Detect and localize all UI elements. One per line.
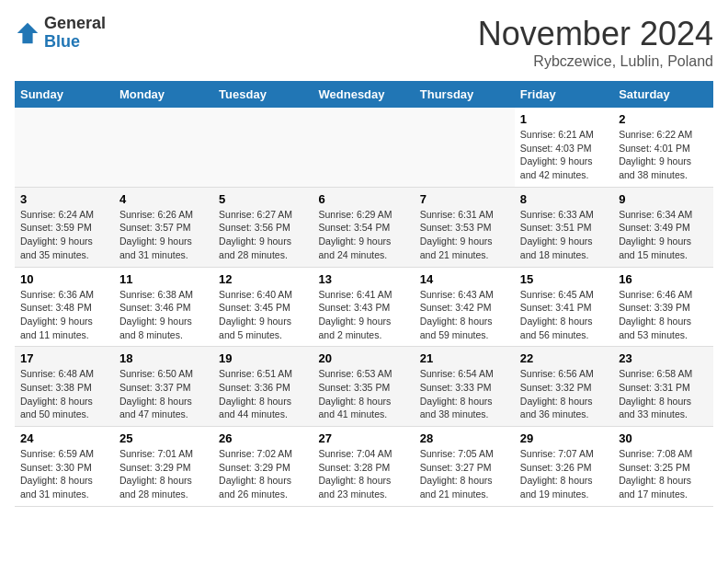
week-row-2: 3Sunrise: 6:24 AMSunset: 3:59 PMDaylight…: [15, 187, 713, 267]
logo-icon: [15, 20, 40, 46]
day-number: 1: [520, 112, 608, 126]
calendar-cell: 23Sunrise: 6:58 AMSunset: 3:31 PMDayligh…: [613, 347, 713, 427]
day-info: Sunrise: 6:33 AMSunset: 3:51 PMDaylight:…: [520, 208, 608, 262]
logo-blue-text: Blue: [44, 33, 106, 52]
calendar-cell: [15, 108, 114, 187]
calendar-cell: 7Sunrise: 6:31 AMSunset: 3:53 PMDaylight…: [415, 187, 515, 267]
day-number: 5: [219, 192, 307, 206]
calendar-cell: 17Sunrise: 6:48 AMSunset: 3:38 PMDayligh…: [15, 347, 114, 427]
calendar-cell: 21Sunrise: 6:54 AMSunset: 3:33 PMDayligh…: [415, 347, 515, 427]
calendar-cell: [213, 108, 313, 187]
day-number: 23: [619, 351, 708, 365]
calendar-cell: 1Sunrise: 6:21 AMSunset: 4:03 PMDaylight…: [515, 108, 613, 187]
day-number: 27: [319, 431, 409, 445]
weekday-header-row: SundayMondayTuesdayWednesdayThursdayFrid…: [15, 81, 713, 108]
day-info: Sunrise: 6:41 AMSunset: 3:43 PMDaylight:…: [319, 288, 409, 342]
day-number: 14: [420, 272, 509, 286]
day-number: 30: [619, 431, 708, 445]
day-info: Sunrise: 6:51 AMSunset: 3:36 PMDaylight:…: [219, 367, 307, 421]
day-info: Sunrise: 7:08 AMSunset: 3:25 PMDaylight:…: [619, 447, 708, 501]
day-number: 24: [20, 431, 108, 445]
day-number: 13: [319, 272, 409, 286]
day-number: 7: [420, 192, 509, 206]
calendar-cell: 18Sunrise: 6:50 AMSunset: 3:37 PMDayligh…: [114, 347, 213, 427]
day-info: Sunrise: 6:48 AMSunset: 3:38 PMDaylight:…: [20, 367, 108, 421]
day-number: 20: [319, 351, 409, 365]
calendar-cell: 10Sunrise: 6:36 AMSunset: 3:48 PMDayligh…: [15, 267, 114, 347]
weekday-header-friday: Friday: [515, 81, 613, 108]
day-number: 18: [119, 351, 208, 365]
day-number: 25: [119, 431, 208, 445]
weekday-header-wednesday: Wednesday: [313, 81, 415, 108]
day-info: Sunrise: 6:50 AMSunset: 3:37 PMDaylight:…: [119, 367, 208, 421]
logo: General Blue: [15, 15, 106, 52]
calendar-cell: 5Sunrise: 6:27 AMSunset: 3:56 PMDaylight…: [213, 187, 313, 267]
calendar-cell: 4Sunrise: 6:26 AMSunset: 3:57 PMDaylight…: [114, 187, 213, 267]
calendar-cell: 29Sunrise: 7:07 AMSunset: 3:26 PMDayligh…: [515, 427, 613, 507]
day-info: Sunrise: 6:54 AMSunset: 3:33 PMDaylight:…: [420, 367, 509, 421]
day-info: Sunrise: 6:21 AMSunset: 4:03 PMDaylight:…: [520, 128, 608, 182]
month-title: November 2024: [478, 15, 713, 53]
calendar-cell: 24Sunrise: 6:59 AMSunset: 3:30 PMDayligh…: [15, 427, 114, 507]
calendar-cell: [114, 108, 213, 187]
calendar-cell: 12Sunrise: 6:40 AMSunset: 3:45 PMDayligh…: [213, 267, 313, 347]
calendar-cell: 8Sunrise: 6:33 AMSunset: 3:51 PMDaylight…: [515, 187, 613, 267]
day-number: 21: [420, 351, 509, 365]
day-info: Sunrise: 6:36 AMSunset: 3:48 PMDaylight:…: [20, 288, 108, 342]
day-number: 6: [319, 192, 409, 206]
day-number: 17: [20, 351, 108, 365]
day-info: Sunrise: 6:24 AMSunset: 3:59 PMDaylight:…: [20, 208, 108, 262]
weekday-header-monday: Monday: [114, 81, 213, 108]
day-info: Sunrise: 6:22 AMSunset: 4:01 PMDaylight:…: [619, 128, 708, 182]
weekday-header-saturday: Saturday: [613, 81, 713, 108]
day-number: 29: [520, 431, 608, 445]
day-info: Sunrise: 6:34 AMSunset: 3:49 PMDaylight:…: [619, 208, 708, 262]
day-info: Sunrise: 7:04 AMSunset: 3:28 PMDaylight:…: [319, 447, 409, 501]
weekday-header-sunday: Sunday: [15, 81, 114, 108]
logo-general-text: General: [44, 15, 106, 33]
calendar-cell: 16Sunrise: 6:46 AMSunset: 3:39 PMDayligh…: [613, 267, 713, 347]
day-info: Sunrise: 6:43 AMSunset: 3:42 PMDaylight:…: [420, 288, 509, 342]
day-number: 3: [20, 192, 108, 206]
title-area: November 2024 Rybczewice, Lublin, Poland: [478, 15, 713, 70]
calendar-cell: 26Sunrise: 7:02 AMSunset: 3:29 PMDayligh…: [213, 427, 313, 507]
calendar-cell: 28Sunrise: 7:05 AMSunset: 3:27 PMDayligh…: [415, 427, 515, 507]
calendar-cell: 13Sunrise: 6:41 AMSunset: 3:43 PMDayligh…: [313, 267, 415, 347]
day-number: 16: [619, 272, 708, 286]
calendar-cell: 20Sunrise: 6:53 AMSunset: 3:35 PMDayligh…: [313, 347, 415, 427]
day-number: 4: [119, 192, 208, 206]
day-info: Sunrise: 7:01 AMSunset: 3:29 PMDaylight:…: [119, 447, 208, 501]
calendar-cell: 11Sunrise: 6:38 AMSunset: 3:46 PMDayligh…: [114, 267, 213, 347]
day-number: 2: [619, 112, 708, 126]
week-row-3: 10Sunrise: 6:36 AMSunset: 3:48 PMDayligh…: [15, 267, 713, 347]
day-number: 26: [219, 431, 307, 445]
day-info: Sunrise: 6:59 AMSunset: 3:30 PMDaylight:…: [20, 447, 108, 501]
day-info: Sunrise: 6:45 AMSunset: 3:41 PMDaylight:…: [520, 288, 608, 342]
day-number: 10: [20, 272, 108, 286]
calendar-cell: 9Sunrise: 6:34 AMSunset: 3:49 PMDaylight…: [613, 187, 713, 267]
weekday-header-thursday: Thursday: [415, 81, 515, 108]
calendar-cell: 14Sunrise: 6:43 AMSunset: 3:42 PMDayligh…: [415, 267, 515, 347]
calendar-cell: 30Sunrise: 7:08 AMSunset: 3:25 PMDayligh…: [613, 427, 713, 507]
week-row-5: 24Sunrise: 6:59 AMSunset: 3:30 PMDayligh…: [15, 427, 713, 507]
calendar-cell: 6Sunrise: 6:29 AMSunset: 3:54 PMDaylight…: [313, 187, 415, 267]
day-info: Sunrise: 7:07 AMSunset: 3:26 PMDaylight:…: [520, 447, 608, 501]
svg-marker-0: [17, 23, 38, 43]
day-info: Sunrise: 6:40 AMSunset: 3:45 PMDaylight:…: [219, 288, 307, 342]
calendar-cell: 19Sunrise: 6:51 AMSunset: 3:36 PMDayligh…: [213, 347, 313, 427]
day-info: Sunrise: 6:38 AMSunset: 3:46 PMDaylight:…: [119, 288, 208, 342]
day-info: Sunrise: 6:58 AMSunset: 3:31 PMDaylight:…: [619, 367, 708, 421]
header: General Blue November 2024 Rybczewice, L…: [15, 15, 713, 70]
day-number: 15: [520, 272, 608, 286]
day-info: Sunrise: 6:56 AMSunset: 3:32 PMDaylight:…: [520, 367, 608, 421]
calendar-table: SundayMondayTuesdayWednesdayThursdayFrid…: [15, 81, 713, 507]
day-number: 8: [520, 192, 608, 206]
day-info: Sunrise: 6:26 AMSunset: 3:57 PMDaylight:…: [119, 208, 208, 262]
logo-text: General Blue: [44, 15, 106, 52]
calendar-cell: 22Sunrise: 6:56 AMSunset: 3:32 PMDayligh…: [515, 347, 613, 427]
day-number: 22: [520, 351, 608, 365]
calendar-cell: 2Sunrise: 6:22 AMSunset: 4:01 PMDaylight…: [613, 108, 713, 187]
calendar-cell: 15Sunrise: 6:45 AMSunset: 3:41 PMDayligh…: [515, 267, 613, 347]
week-row-1: 1Sunrise: 6:21 AMSunset: 4:03 PMDaylight…: [15, 108, 713, 187]
day-number: 28: [420, 431, 509, 445]
